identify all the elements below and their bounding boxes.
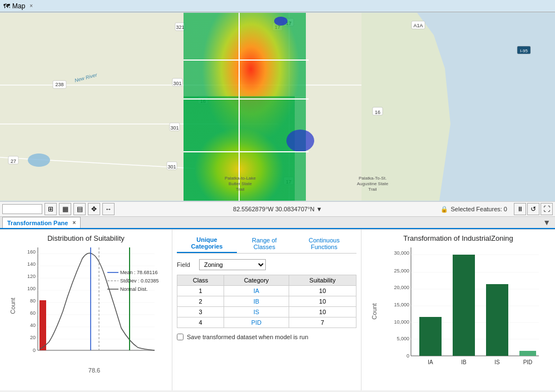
svg-text:160: 160 (27, 249, 36, 255)
dist-svg: 0 20 40 60 80 100 120 140 160 (21, 245, 160, 361)
transformation-pane-tab[interactable]: Transformation Pane × (2, 217, 81, 228)
svg-point-37 (286, 130, 314, 152)
svg-rect-1 (0, 13, 361, 201)
svg-point-36 (274, 17, 288, 26)
field-label: Field (177, 261, 195, 268)
tab-continuous-functions[interactable]: Continuous Functions (292, 234, 356, 253)
svg-text:140: 140 (27, 261, 36, 267)
table-row: 1 IA 10 (177, 286, 356, 296)
dist-y-label: Count (9, 297, 16, 314)
toolbar-btn-layout[interactable]: ▤ (73, 203, 86, 215)
svg-point-49 (28, 153, 50, 167)
tab-unique-categories[interactable]: Unique Categories (177, 234, 237, 253)
coord-dropdown-icon[interactable]: ▼ (316, 206, 323, 212)
map-tab-label: Map (12, 2, 25, 10)
svg-text:301: 301 (170, 125, 179, 131)
transformation-pane-close[interactable]: × (72, 220, 76, 226)
svg-text:60: 60 (30, 310, 36, 316)
distribution-title: Distribution of Suitability (4, 234, 167, 242)
svg-text:0: 0 (407, 353, 409, 359)
transform-y-label: Count (371, 303, 378, 319)
svg-text:15,000: 15,000 (394, 302, 409, 307)
map-tab-close[interactable]: × (29, 3, 33, 9)
svg-text:100: 100 (27, 286, 36, 291)
svg-text:20: 20 (30, 335, 36, 340)
svg-text:Palatka-to-Lake: Palatka-to-Lake (225, 176, 256, 181)
lock-icon: 🔒 (440, 206, 448, 213)
cell-class-2: 2 (177, 296, 224, 307)
svg-text:Mean : 78.68116: Mean : 78.68116 (120, 270, 158, 275)
bottom-pane: Distribution of Suitability Count 0 20 4… (0, 229, 555, 390)
svg-text:StdDev : 0.02385: StdDev : 0.02385 (120, 278, 159, 284)
svg-text:Trail: Trail (236, 187, 244, 192)
svg-text:Augustine State: Augustine State (357, 181, 389, 186)
svg-text:IS: IS (494, 359, 500, 365)
distribution-chart: Count 0 20 40 60 80 100 120 140 160 (4, 245, 167, 367)
svg-text:I-95: I-95 (520, 48, 528, 53)
transform-title: Transformation of IndustrialZoning (366, 234, 551, 242)
svg-text:120: 120 (27, 274, 36, 279)
toolbar-btn-table[interactable]: ▦ (59, 203, 71, 215)
svg-text:30,000: 30,000 (394, 250, 409, 256)
svg-rect-69 (39, 300, 46, 350)
cell-cat-1: IA (224, 286, 289, 296)
svg-text:PID: PID (523, 359, 533, 365)
svg-text:20,000: 20,000 (394, 285, 409, 290)
svg-text:16: 16 (375, 110, 380, 115)
transformation-pane-label: Transformation Pane (7, 220, 68, 226)
coord-text: 82.5562879°W 30.0834707°N (233, 206, 314, 212)
map-view[interactable]: 238 301 301 301 27 17 17 I-95 16 16 A1A … (0, 12, 555, 201)
svg-text:Butler State: Butler State (229, 181, 252, 186)
selected-features-display: 🔒 Selected Features: 0 (440, 206, 507, 213)
selected-features-text: Selected Features: 0 (450, 206, 507, 212)
transform-chart-container: Count 0 5,000 10,000 15,000 20,000 25,00… (366, 245, 551, 378)
scale-input[interactable]: 1:602,837 (2, 204, 42, 214)
cell-cat-4: PID (224, 317, 289, 328)
cell-suit-2: 10 (289, 296, 356, 307)
svg-text:301: 301 (173, 81, 181, 86)
coordinates-display: 82.5562879°W 30.0834707°N ▼ (117, 206, 438, 212)
svg-text:301: 301 (167, 164, 176, 170)
svg-text:80: 80 (30, 298, 36, 304)
svg-text:IB: IB (461, 359, 467, 365)
save-row: Save transformed dataset when model is r… (177, 334, 356, 340)
col-class: Class (177, 275, 224, 286)
svg-text:25,000: 25,000 (394, 268, 409, 274)
save-checkbox[interactable] (177, 334, 184, 340)
cell-cat-2: IB (224, 296, 289, 307)
table-row: 4 PID 7 (177, 317, 356, 328)
svg-text:Normal Dist.: Normal Dist. (120, 286, 148, 292)
cell-suit-4: 7 (289, 317, 356, 328)
svg-text:238: 238 (55, 82, 63, 87)
map-tab[interactable]: 🗺 Map × (3, 2, 33, 10)
cell-class-1: 1 (177, 286, 224, 296)
cell-suit-1: 10 (289, 286, 356, 296)
col-category: Category (224, 275, 289, 286)
suitability-table: Class Category Suitability 1 IA 10 2 IB … (177, 275, 356, 328)
map-icon: 🗺 (3, 2, 10, 10)
svg-text:Trail: Trail (368, 187, 376, 192)
toolbar-btn-arrow[interactable]: ↔ (102, 203, 115, 215)
transform-section: Transformation of IndustrialZoning Count… (361, 230, 555, 390)
cell-class-4: 4 (177, 317, 224, 328)
svg-rect-100 (519, 351, 536, 356)
table-row: 3 IS 10 (177, 307, 356, 317)
table-row: 2 IB 10 (177, 296, 356, 307)
svg-text:40: 40 (30, 322, 36, 328)
pane-expand-icon[interactable]: ▼ (543, 218, 553, 227)
field-select[interactable]: Zoning (199, 259, 266, 270)
toolbar-btn-pan[interactable]: ✥ (88, 203, 100, 215)
toolbar-btn-refresh[interactable]: ↺ (527, 203, 539, 215)
toolbar-btn-grid[interactable]: ⊞ (44, 203, 57, 215)
toolbar-right: ⏸ ↺ ⛶ (514, 203, 553, 215)
toolbar-btn-pause[interactable]: ⏸ (514, 203, 526, 215)
svg-rect-96 (453, 255, 475, 356)
toolbar-btn-resize[interactable]: ⛶ (541, 203, 553, 215)
cell-class-3: 3 (177, 307, 224, 317)
tab-range-of-classes[interactable]: Range of Classes (237, 234, 292, 253)
svg-text:27: 27 (11, 158, 16, 164)
cell-suit-3: 10 (289, 307, 356, 317)
pane-tab-bar: Transformation Pane × ▼ (0, 217, 555, 229)
map-toolbar: 1:602,837 ⊞ ▦ ▤ ✥ ↔ 82.5562879°W 30.0834… (0, 201, 555, 217)
col-suitability: Suitability (289, 275, 356, 286)
